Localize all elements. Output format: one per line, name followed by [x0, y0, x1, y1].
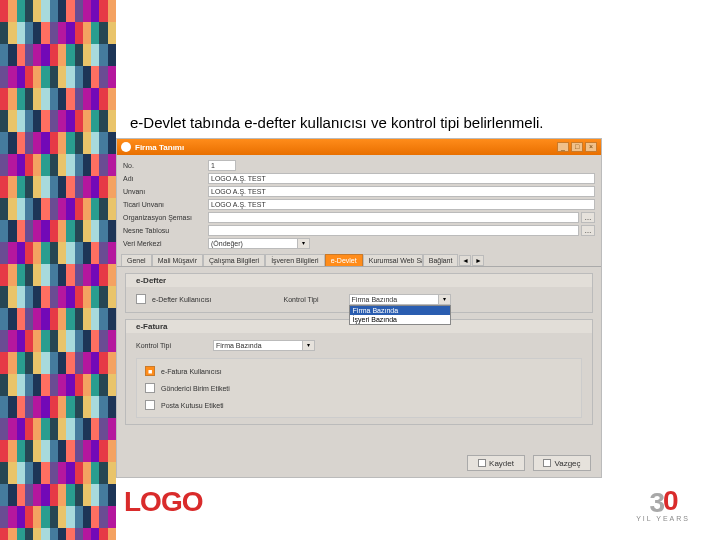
window-close-button[interactable]: ×	[585, 142, 597, 152]
window-title: Firma Tanımı	[135, 143, 557, 152]
tabs-bar: GenelMali MüşavirÇalışma Bilgileriİşvere…	[117, 253, 601, 267]
logo: LOGO	[124, 486, 202, 518]
dropdown-edefter-kontrol-tipi: Firma Bazındaİşyeri Bazında	[349, 305, 451, 325]
save-button[interactable]: Kaydet	[467, 455, 525, 471]
field-unvan[interactable]: LOGO A.Ş. TEST	[208, 186, 595, 197]
label-nesne-tablosu: Nesne Tablosu	[123, 227, 208, 234]
tab-scroll-right-button[interactable]: ►	[472, 255, 484, 266]
option-i-yeri-baz-nda[interactable]: İşyeri Bazında	[350, 315, 450, 324]
group-efatura: e-Fatura Kontrol Tipi Firma Bazında ▾ ■e…	[125, 319, 593, 425]
firma-tanimi-window: Firma Tanımı _ □ × No. 1 Adı LOGO A.Ş. T…	[116, 138, 602, 478]
checkbox-posta-kutusu-etiketi[interactable]	[145, 400, 155, 410]
group-edefter: e-Defter e-Defter Kullanıcısı Kontrol Ti…	[125, 273, 593, 313]
save-icon	[478, 459, 486, 467]
window-maximize-button[interactable]: □	[571, 142, 583, 152]
combo-efatura-kontrol-tipi-button[interactable]: ▾	[303, 340, 315, 351]
form-area: No. 1 Adı LOGO A.Ş. TEST Unvanı LOGO A.Ş…	[117, 155, 601, 249]
list-item: ■e-Fatura Kullanıcısı	[145, 364, 573, 378]
label-ticari-unvan: Ticari Unvanı	[123, 201, 208, 208]
window-minimize-button[interactable]: _	[557, 142, 569, 152]
page-caption: e-Devlet tabında e-defter kullanıcısı ve…	[130, 114, 544, 131]
tab-i-veren-bilgileri[interactable]: İşveren Bilgileri	[265, 254, 324, 266]
cancel-icon	[543, 459, 551, 467]
edevlet-panel: e-Defter e-Defter Kullanıcısı Kontrol Ti…	[117, 267, 601, 437]
tab--al-ma-bilgileri[interactable]: Çalışma Bilgileri	[203, 254, 265, 266]
list-item: Gönderici Birim Etiketi	[145, 381, 573, 395]
label-efatura-kontrol-tipi: Kontrol Tipi	[136, 342, 171, 349]
window-titlebar: Firma Tanımı _ □ ×	[117, 139, 601, 155]
label-org-sema: Organizasyon Şeması	[123, 214, 208, 221]
label-edefter-kontrol-tipi: Kontrol Tipi	[284, 296, 319, 303]
label-adi: Adı	[123, 175, 208, 182]
combo-efatura-kontrol-tipi[interactable]: Firma Bazında	[213, 340, 303, 351]
field-org-sema[interactable]	[208, 212, 579, 223]
group-title-edefter: e-Defter	[126, 274, 592, 287]
tab-scroll-left-button[interactable]: ◄	[459, 255, 471, 266]
label-veri-merkezi: Veri Merkezi	[123, 240, 208, 247]
tab-kurumsal-web-sayfas-tan-mlar-[interactable]: Kurumsal Web Sayfası Tanımları	[363, 254, 423, 266]
combo-edefter-kontrol-tipi-button[interactable]: ▾	[439, 294, 451, 305]
field-no[interactable]: 1	[208, 160, 236, 171]
app-icon	[121, 142, 131, 152]
tab-genel[interactable]: Genel	[121, 254, 152, 266]
field-adi[interactable]: LOGO A.Ş. TEST	[208, 173, 595, 184]
field-ticari-unvan[interactable]: LOGO A.Ş. TEST	[208, 199, 595, 210]
list-item: Posta Kutusu Etiketi	[145, 398, 573, 412]
cancel-button[interactable]: Vazgeç	[533, 455, 591, 471]
tab-e-devlet[interactable]: e-Devlet	[325, 254, 363, 266]
tab-ba-lant[interactable]: Bağlant	[423, 254, 459, 266]
label: e-Fatura Kullanıcısı	[161, 368, 222, 375]
field-nesne-tablosu[interactable]	[208, 225, 579, 236]
label: Posta Kutusu Etiketi	[161, 402, 224, 409]
veri-merkezi-dropdown-button[interactable]: ▾	[298, 238, 310, 249]
nesne-tablosu-browse-button[interactable]: …	[581, 225, 595, 236]
label: Gönderici Birim Etiketi	[161, 385, 230, 392]
field-veri-merkezi[interactable]: (Öndeğer)	[208, 238, 298, 249]
tab-mali-m-avir[interactable]: Mali Müşavir	[152, 254, 203, 266]
checkbox-e-fatura-kullan-c-s-[interactable]: ■	[145, 366, 155, 376]
label-no: No.	[123, 162, 208, 169]
decorative-sidebar	[0, 0, 116, 540]
checkbox-edefter-kullanicisi[interactable]	[136, 294, 146, 304]
label-unvan: Unvanı	[123, 188, 208, 195]
combo-edefter-kontrol-tipi[interactable]: Firma Bazında	[349, 294, 439, 305]
org-sema-browse-button[interactable]: …	[581, 212, 595, 223]
label-edefter-kullanicisi: e-Defter Kullanıcısı	[152, 296, 212, 303]
checkbox-g-nderici-birim-etiketi[interactable]	[145, 383, 155, 393]
anniversary-badge: 30 YIL YEARS	[636, 487, 690, 522]
option-firma-baz-nda[interactable]: Firma Bazında	[350, 306, 450, 315]
